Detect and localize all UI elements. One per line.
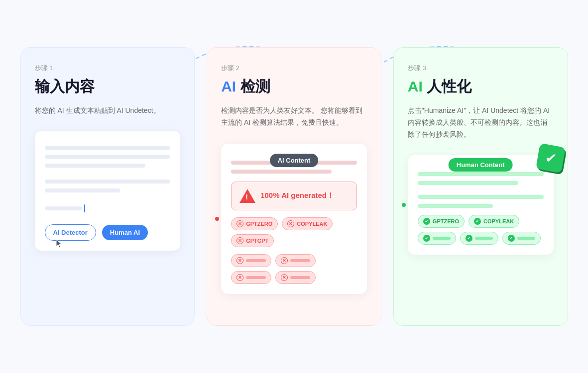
tag-x-gray-3: ✕	[236, 274, 243, 281]
tag-check-gptzero: ✓	[423, 218, 430, 225]
cards-row: 步骤 1 输入内容 将您的 AI 生成文本粘贴到 AI Undetect。	[20, 47, 568, 326]
tag-gray-3-bar	[246, 276, 266, 279]
step3-title-highlight: 人性化	[427, 78, 471, 94]
step1-label: 步骤 1	[35, 64, 181, 73]
human-ai-button[interactable]: Human AI	[102, 225, 148, 240]
tag-gray-2: ✕	[275, 254, 316, 267]
tag-gray-1-bar	[246, 259, 266, 262]
tag-gray-1: ✕	[231, 254, 271, 267]
step3-title: AI 人性化	[408, 77, 554, 97]
tag-green-5: ✓	[502, 232, 541, 245]
page-wrapper: 步骤 1 输入内容 将您的 AI 生成文本粘贴到 AI Undetect。	[20, 47, 568, 326]
tag-check-5: ✓	[508, 235, 515, 242]
text-line-4	[45, 180, 171, 184]
green-tags-row2: ✓ ✓ ✓	[418, 232, 544, 245]
green-bar-3	[433, 237, 451, 240]
btn-row: AI Detector Human AI	[45, 224, 171, 241]
card-step2: 步骤 2 AI 检测 检测内容是否为人类友好文本。 您将能够看到主流的 AI 检…	[207, 47, 381, 326]
text-line-5	[45, 188, 120, 192]
green-bar-5	[517, 237, 535, 240]
tag-check-3: ✓	[423, 235, 430, 242]
cursor-pointer-icon	[55, 239, 64, 250]
tag-gray-4-bar	[290, 276, 310, 279]
tag-green-3: ✓	[418, 232, 456, 245]
human-content-badge: Human Content	[449, 158, 513, 172]
dot-left-red	[215, 217, 219, 221]
green-text-lines	[418, 172, 544, 208]
step2-desc: 检测内容是否为人类友好文本。 您将能够看到主流的 AI 检测算法结果，免费且快速…	[221, 105, 367, 129]
ai-content-badge: AI Content	[270, 154, 319, 167]
tag-x-gray-4: ✕	[281, 274, 288, 281]
tag-check-4: ✓	[466, 235, 472, 242]
ai-detector-button[interactable]: AI Detector	[45, 224, 96, 241]
step2-title-prefix: AI	[221, 78, 240, 94]
tag-gptgpt: ✕ GPTGPT	[231, 234, 274, 247]
step2-label: 步骤 2	[221, 64, 367, 73]
tag-label-copyleak: COPYLEAK	[297, 221, 327, 227]
detector-tags-row2: ✕ ✕ ✕ ✕	[231, 254, 357, 284]
tag-copyleak: ✕ COPYLEAK	[282, 217, 333, 230]
tag-green-label-gptzero: GPTZERO	[433, 218, 459, 224]
step3-label: 步骤 3	[408, 64, 554, 73]
red-line-2	[231, 170, 332, 174]
tag-x-gptgpt: ✕	[236, 237, 243, 244]
step2-title-highlight: 检测	[240, 78, 270, 94]
card-step3: 步骤 3 AI 人性化 点击"Humanize AI"，让 AI Undetec…	[393, 47, 568, 326]
input-illustration: AI Detector Human AI	[35, 131, 181, 251]
tag-x-gptzero: ✕	[236, 220, 243, 227]
btn-ai-detector-wrapper: AI Detector	[45, 224, 96, 241]
step2-title: AI 检测	[221, 77, 367, 97]
ai-result-text: 100% AI generated！	[260, 191, 334, 200]
tag-check-copyleak: ✓	[474, 218, 481, 225]
step3-desc: 点击"Humanize AI"，让 AI Undetect 将您的 AI 内容转…	[408, 105, 554, 140]
tag-gray-4: ✕	[275, 271, 316, 284]
text-line-2	[45, 155, 171, 159]
step1-desc: 将您的 AI 生成文本粘贴到 AI Undetect。	[35, 105, 181, 117]
detection-card-inner: AI Content 100% AI generated！ ✕ GPTZERO	[231, 161, 357, 284]
green-tags-row1: ✓ GPTZERO ✓ COPYLEAK	[418, 215, 544, 228]
checkmark-3d-icon	[535, 143, 565, 173]
green-line-4	[418, 204, 493, 208]
text-lines-group	[45, 146, 171, 212]
cursor-line	[45, 204, 171, 212]
tag-x-gray-2: ✕	[281, 257, 288, 264]
tag-gray-2-bar	[290, 259, 310, 262]
tag-gptzero: ✕ GPTZERO	[231, 217, 278, 230]
text-line-1	[45, 146, 171, 150]
detector-tags-row1: ✕ GPTZERO ✕ COPYLEAK ✕ GPTGPT	[231, 217, 357, 247]
tag-label-gptgpt: GPTGPT	[246, 238, 268, 244]
ai-result-box: 100% AI generated！	[231, 182, 357, 210]
tag-x-gray-1: ✕	[236, 257, 243, 264]
tag-label-gptzero: GPTZERO	[246, 221, 272, 227]
green-line-2	[418, 181, 518, 185]
text-line-3	[45, 164, 145, 168]
tag-green-label-copyleak: COPYLEAK	[483, 218, 514, 224]
tag-green-copyleak: ✓ COPYLEAK	[469, 215, 519, 228]
green-line-3	[418, 195, 544, 199]
step1-title: 输入内容	[35, 77, 181, 97]
step3-title-prefix: AI	[408, 78, 427, 94]
tag-green-4: ✓	[460, 232, 498, 245]
text-line-6	[45, 206, 83, 210]
green-bar-4	[475, 237, 493, 240]
green-line-1	[418, 172, 544, 176]
dot-green-left	[402, 203, 406, 207]
card-step1: 步骤 1 输入内容 将您的 AI 生成文本粘贴到 AI Undetect。	[20, 47, 195, 326]
tag-green-gptzero: ✓ GPTZERO	[418, 215, 465, 228]
human-card: Human Content ✓ GPTZERO ✓	[408, 155, 554, 255]
tag-gray-3: ✕	[231, 271, 271, 284]
detection-card: AI Content 100% AI generated！ ✕ GPTZERO	[221, 144, 367, 294]
warning-triangle-icon	[239, 189, 255, 203]
tag-x-copyleak: ✕	[287, 220, 294, 227]
cursor	[84, 204, 85, 212]
